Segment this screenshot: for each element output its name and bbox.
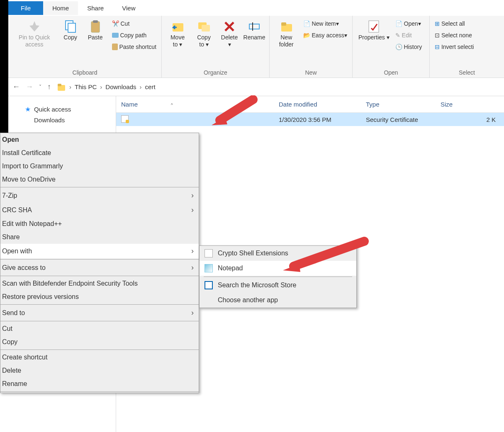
tab-home[interactable]: Home — [43, 1, 78, 15]
chevron-right-icon: › — [191, 206, 194, 214]
history-label: History — [404, 44, 422, 50]
move-to-button[interactable]: Move to ▾ — [164, 17, 191, 50]
ctx-share[interactable]: Share — [0, 231, 199, 244]
file-row-selected[interactable]: 1/30/2020 3:56 PM Security Certificate 2… — [116, 113, 504, 126]
tab-share[interactable]: Share — [78, 1, 113, 15]
downloads-label: Downloads — [34, 116, 65, 124]
paste-label: Paste — [88, 34, 103, 41]
ctx-create-shortcut[interactable]: Create shortcut — [0, 351, 199, 364]
paste-shortcut-button[interactable]: Paste shortcut — [110, 42, 159, 51]
separator — [0, 304, 199, 305]
edit-label: Edit — [402, 32, 412, 39]
history-icon: 🕒 — [395, 44, 402, 50]
column-name[interactable]: Name^ — [116, 101, 274, 108]
crumb-cert[interactable]: cert — [145, 83, 156, 90]
crumb-this-pc[interactable]: This PC — [75, 83, 97, 90]
paste-button[interactable]: Paste — [83, 17, 108, 43]
invert-label: Invert selecti — [441, 44, 474, 50]
select-none-icon: ⊡ — [435, 32, 440, 39]
copy-icon — [63, 19, 78, 34]
back-button[interactable]: ← — [12, 83, 20, 91]
select-group-label: Select — [432, 68, 502, 77]
forward-button[interactable]: → — [26, 83, 33, 91]
sub-choose-another[interactable]: Choose another app — [200, 293, 356, 308]
ctx-delete[interactable]: Delete — [0, 364, 199, 377]
edit-button[interactable]: ✎ Edit — [393, 31, 424, 40]
ctx-edit-notepad-plus[interactable]: Edit with Notepad++ — [0, 217, 199, 231]
history-button[interactable]: 🕒 History — [393, 42, 424, 51]
easy-access-icon: 📂 — [303, 32, 310, 39]
ctx-7zip[interactable]: 7-Zip› — [0, 188, 199, 203]
rename-button[interactable]: Rename — [242, 17, 267, 43]
recent-button[interactable]: ˅ — [39, 84, 41, 90]
new-folder-button[interactable]: New folder — [272, 17, 301, 50]
breadcrumb[interactable]: › This PC › Downloads › cert — [57, 83, 156, 92]
new-item-button[interactable]: 📄 New item ▾ — [301, 19, 350, 28]
copy-path-button[interactable]: Copy path — [110, 31, 159, 40]
ctx-restore-versions[interactable]: Restore previous versions — [0, 290, 199, 303]
move-to-label: Move to — [170, 34, 185, 48]
ctx-open-with[interactable]: Open with› — [0, 244, 199, 258]
column-type[interactable]: Type — [361, 101, 436, 108]
delete-label: Delete — [221, 34, 238, 41]
ctx-import-grammarly[interactable]: Import to Grammarly — [0, 160, 199, 173]
chevron-right-icon: › — [69, 83, 71, 90]
sub-notepad[interactable]: Notepad — [200, 261, 356, 276]
up-button[interactable]: ↑ — [47, 83, 51, 91]
ctx-crc-sha[interactable]: CRC SHA› — [0, 203, 199, 217]
select-all-button[interactable]: ⊞ Select all — [432, 19, 476, 28]
sub-search-store[interactable]: Search the Microsoft Store — [200, 278, 356, 293]
copy-to-icon — [197, 19, 212, 34]
ctx-rename[interactable]: Rename — [0, 377, 199, 391]
delete-icon — [222, 19, 237, 34]
tab-file[interactable]: File — [8, 1, 43, 15]
separator — [204, 277, 352, 277]
delete-button[interactable]: Delete ▾ — [217, 17, 242, 50]
ctx-send-to[interactable]: Send to› — [0, 306, 199, 320]
cut-button[interactable]: ✂️ Cut — [110, 19, 159, 28]
ctx-copy[interactable]: Copy — [0, 335, 199, 349]
column-size[interactable]: Size — [436, 101, 504, 108]
invert-selection-button[interactable]: ⊟ Invert selecti — [432, 42, 476, 51]
chevron-right-icon: › — [191, 263, 194, 272]
copy-label: Copy — [63, 34, 77, 41]
copy-button[interactable]: Copy — [58, 17, 83, 43]
select-all-label: Select all — [441, 20, 465, 27]
copy-to-button[interactable]: Copy to ▾ — [191, 17, 217, 50]
window-edge — [0, 0, 8, 133]
separator — [0, 187, 199, 187]
ctx-give-access[interactable]: Give access to› — [0, 260, 199, 275]
crumb-downloads[interactable]: Downloads — [105, 83, 136, 90]
svg-rect-3 — [93, 20, 98, 23]
svg-rect-7 — [249, 24, 259, 29]
open-button[interactable]: 📄 Open ▾ — [393, 19, 424, 28]
sub-crypto-shell[interactable]: Crypto Shell Extensions — [200, 246, 356, 261]
separator — [0, 321, 199, 321]
invert-icon: ⊟ — [435, 44, 440, 50]
select-none-button[interactable]: ⊡ Select none — [432, 31, 476, 40]
blank-icon — [205, 296, 213, 304]
pin-quick-access-button[interactable]: Pin to Quick access — [11, 17, 58, 50]
chevron-right-icon: › — [100, 83, 102, 90]
sidebar-downloads[interactable]: Downloads — [25, 115, 116, 125]
column-date[interactable]: Date modified — [274, 101, 361, 108]
ctx-open[interactable]: Open — [0, 133, 199, 146]
ctx-move-onedrive[interactable]: Move to OneDrive — [0, 173, 199, 186]
sidebar-quick-access[interactable]: ★ Quick access — [25, 104, 116, 115]
select-all-icon: ⊞ — [435, 20, 440, 27]
separator — [0, 349, 199, 350]
easy-access-button[interactable]: 📂 Easy access ▾ — [301, 31, 350, 40]
properties-button[interactable]: Properties ▾ — [355, 17, 393, 43]
open-group-label: Open — [355, 68, 427, 77]
new-item-icon: 📄 — [303, 20, 310, 27]
tab-view[interactable]: View — [113, 1, 144, 15]
chevron-right-icon: › — [140, 83, 142, 90]
separator — [0, 259, 199, 260]
pin-icon — [27, 19, 42, 34]
ctx-scan-bitdefender[interactable]: Scan with Bitdefender Endpoint Security … — [0, 277, 199, 290]
copy-path-label: Copy path — [120, 32, 147, 39]
select-none-label: Select none — [441, 32, 472, 39]
chevron-right-icon: › — [191, 247, 194, 255]
ctx-cut[interactable]: Cut — [0, 322, 199, 335]
ctx-install-certificate[interactable]: Install Certificate — [0, 146, 199, 160]
